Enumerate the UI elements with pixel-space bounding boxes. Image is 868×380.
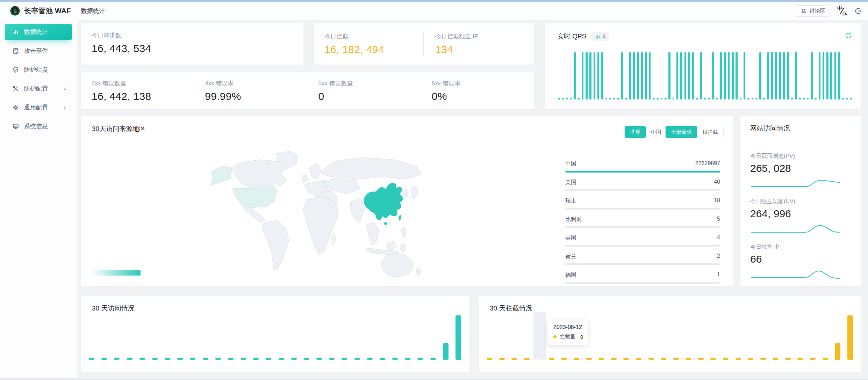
metric-value: 264, 996 bbox=[750, 208, 852, 220]
breadcrumb: 数据统计 bbox=[81, 2, 105, 20]
toggle-all-requests[interactable]: 全部请求 bbox=[666, 126, 697, 138]
sidebar-item-general-config[interactable]: 通用配置 bbox=[5, 99, 72, 116]
card-region-map: 30天访问来源地区 世界 中国 全部请求 仅拦截 bbox=[81, 116, 733, 286]
svg-text:S: S bbox=[13, 8, 17, 14]
country-label: 荷兰 bbox=[565, 253, 576, 260]
stat-4xx-rate: 4xx 错误率 99.99% bbox=[194, 79, 307, 102]
stat-label: 今日拦截独立 IP bbox=[435, 32, 534, 41]
country-row: 美国 40 bbox=[565, 179, 720, 191]
card-error-stats: 4xx 错误数量 16, 442, 138 4xx 错误率 99.99% 5xx… bbox=[81, 72, 534, 109]
ip-sparkline bbox=[750, 268, 842, 280]
stat-label: 5xx 错误率 bbox=[432, 79, 534, 87]
header-actions: 讨论区 中 EN bbox=[796, 2, 862, 20]
toggle-group-request-type: 全部请求 仅拦截 bbox=[665, 126, 724, 138]
metric-value: 66 bbox=[750, 253, 852, 265]
toggle-world[interactable]: 世界 bbox=[625, 126, 646, 138]
tooltip-series-dot bbox=[553, 335, 557, 338]
visit-panel-title: 网站访问情况 bbox=[750, 124, 852, 133]
country-row: 德国 1 bbox=[565, 271, 720, 284]
metric-pv: 今日页面浏览(PV) 265, 028 bbox=[750, 153, 852, 190]
metric-label: 今日页面浏览(PV) bbox=[750, 153, 852, 160]
country-row: 英国 4 bbox=[565, 234, 720, 247]
sidebar-item-protected-sites[interactable]: 防护站点 bbox=[5, 61, 72, 78]
country-value: 1 bbox=[717, 271, 720, 279]
sidebar-item-label: 通用配置 bbox=[24, 103, 48, 111]
country-label: 德国 bbox=[565, 271, 576, 279]
country-row: 中国 22629897 bbox=[565, 160, 720, 173]
toggle-group-region: 世界 中国 bbox=[624, 126, 667, 138]
discussion-label: 讨论区 bbox=[810, 8, 825, 14]
stat-value: 0% bbox=[432, 90, 534, 102]
refresh-history-icon[interactable] bbox=[845, 32, 852, 39]
sidebar-item-label: 防护配置 bbox=[24, 85, 48, 93]
stat-label: 4xx 错误率 bbox=[205, 79, 307, 87]
sidebar-item-system-info[interactable]: 系统信息 bbox=[5, 118, 72, 134]
toggle-china[interactable]: 中国 bbox=[646, 126, 667, 138]
country-label: 英国 bbox=[565, 234, 576, 242]
stat-blocks-today: 今日拦截 16, 182, 494 bbox=[314, 32, 423, 56]
sidebar-item-label: 系统信息 bbox=[24, 122, 48, 130]
stat-label: 今日拦截 bbox=[324, 32, 423, 41]
blocks-30d-title: 30 天拦截情况 bbox=[490, 304, 532, 313]
country-label: 比利时 bbox=[565, 216, 582, 223]
sidebar-item-attack-events[interactable]: 攻击事件 bbox=[5, 43, 72, 59]
mini-bar-chart-icon bbox=[596, 34, 600, 39]
stat-label: 今日请求数 bbox=[92, 31, 303, 39]
country-value: 22629897 bbox=[695, 160, 720, 168]
card-blocks-30d: 30 天拦截情况 2023-08-12 拦截量 0 bbox=[479, 296, 861, 372]
sidebar-item-data-stats[interactable]: 数据统计 bbox=[5, 24, 72, 40]
pv-sparkline bbox=[750, 177, 842, 190]
brand: S 长亭雷池 WAF bbox=[10, 2, 71, 20]
tooltip-series-label: 拦截量 bbox=[560, 334, 575, 340]
country-row: 比利时 5 bbox=[565, 216, 720, 228]
tooltip-value: 0 bbox=[580, 334, 583, 340]
qps-header: 实时 QPS 0 bbox=[557, 32, 609, 41]
sidebar-item-protection-config[interactable]: 防护配置 bbox=[5, 80, 72, 97]
chart-tooltip: 2023-08-12 拦截量 0 bbox=[548, 320, 588, 345]
blocks-30d-bars bbox=[487, 314, 853, 360]
monitor-icon bbox=[12, 123, 19, 130]
shield-check-icon bbox=[12, 66, 19, 73]
country-value: 2 bbox=[717, 253, 720, 260]
stat-value: 0 bbox=[318, 90, 421, 102]
country-ranking-list: 中国 22629897 美国 40 瑞士 18 bbox=[565, 160, 720, 290]
metric-uv: 今日独立访客(UV) 264, 996 bbox=[750, 198, 852, 235]
card-realtime-qps: 实时 QPS 0 bbox=[545, 23, 861, 109]
country-label: 中国 bbox=[565, 160, 576, 168]
card-site-visits: 网站访问情况 今日页面浏览(PV) 265, 028 今日独立访客(UV) 26… bbox=[740, 116, 861, 286]
stat-5xx-rate: 5xx 错误率 0% bbox=[421, 79, 534, 102]
top-header: S 长亭雷池 WAF 数据统计 讨论区 中 EN bbox=[0, 2, 868, 20]
window-bottom-strip bbox=[0, 378, 868, 380]
sidebar-item-label: 攻击事件 bbox=[24, 47, 48, 55]
safeline-waf-dashboard: S 长亭雷池 WAF 数据统计 讨论区 中 EN bbox=[0, 0, 868, 380]
country-value: 40 bbox=[714, 179, 720, 186]
card-blocks-today: 今日拦截 16, 182, 494 今日拦截独立 IP 134 bbox=[314, 23, 534, 65]
stat-value: 16, 182, 494 bbox=[324, 44, 423, 56]
country-label: 美国 bbox=[565, 179, 576, 186]
people-icon bbox=[801, 8, 807, 14]
sidebar-item-label: 数据统计 bbox=[24, 28, 48, 36]
brand-logo-icon: S bbox=[10, 6, 20, 16]
card-requests-today: 今日请求数 16, 443, 534 bbox=[81, 23, 303, 65]
chevron-right-icon bbox=[63, 105, 67, 110]
visits-30d-title: 30 天访问情况 bbox=[92, 304, 134, 313]
attack-doc-icon bbox=[12, 48, 19, 54]
qps-badge-value: 0 bbox=[602, 34, 605, 39]
toggle-blocked-only[interactable]: 仅拦截 bbox=[697, 126, 723, 138]
stat-value: 16, 443, 534 bbox=[92, 43, 303, 54]
main-content: 今日请求数 16, 443, 534 今日拦截 16, 182, 494 今日拦… bbox=[77, 20, 868, 380]
discussion-button[interactable]: 讨论区 bbox=[796, 5, 830, 17]
qps-badge[interactable]: 0 bbox=[592, 32, 609, 41]
stat-label: 5xx 错误数量 bbox=[318, 79, 421, 87]
qps-bars bbox=[558, 51, 852, 100]
country-row: 荷兰 2 bbox=[565, 253, 720, 265]
chevron-right-icon bbox=[63, 87, 67, 91]
stat-value: 134 bbox=[435, 44, 534, 56]
country-value: 5 bbox=[717, 216, 720, 223]
metric-value: 265, 028 bbox=[750, 162, 852, 174]
qps-title: 实时 QPS bbox=[557, 32, 586, 41]
world-map bbox=[208, 149, 425, 279]
logout-icon[interactable] bbox=[854, 7, 862, 15]
language-toggle-icon[interactable]: 中 EN bbox=[837, 6, 847, 16]
stat-5xx-count: 5xx 错误数量 0 bbox=[308, 79, 421, 102]
